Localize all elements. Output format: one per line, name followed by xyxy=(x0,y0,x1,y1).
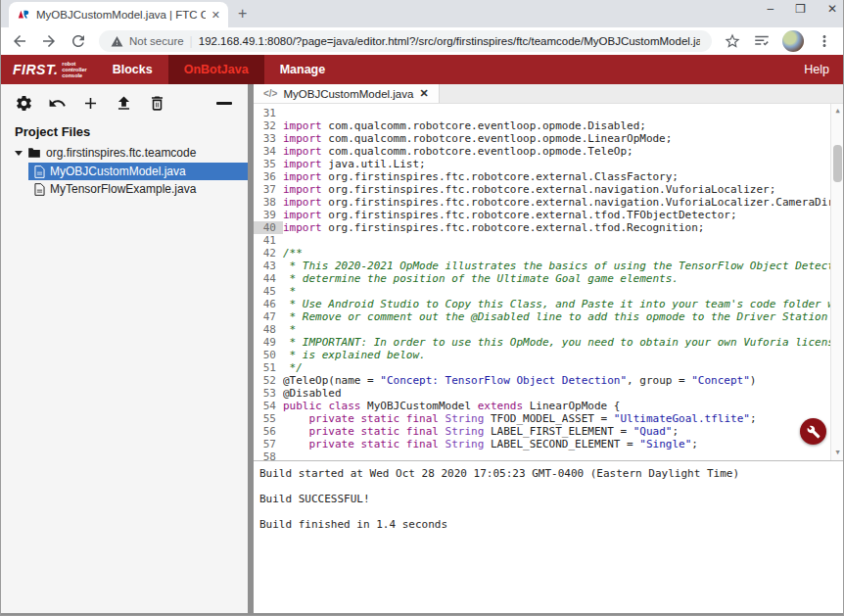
code-line[interactable]: 49 * IMPORTANT: In order to use this OpM… xyxy=(254,336,830,349)
editor-tab-title: MyOBJCustomModel.java xyxy=(283,88,413,100)
line-number: 44 xyxy=(254,272,283,285)
code-line[interactable]: 32import com.qualcomm.robotcore.eventloo… xyxy=(254,119,830,132)
settings-gear-icon[interactable] xyxy=(15,94,33,113)
code-line[interactable]: 53@Disabled xyxy=(254,387,830,400)
add-file-icon[interactable] xyxy=(81,94,100,113)
url-field[interactable]: Not secure | 192.168.49.1:8080/?page=jav… xyxy=(99,30,712,52)
tree-file-item[interactable]: MyTensorFlowExample.java xyxy=(28,180,248,198)
project-files-title: Project Files xyxy=(1,118,248,143)
code-line[interactable]: 36import org.firstinspires.ftc.robotcore… xyxy=(254,170,830,183)
undo-icon[interactable] xyxy=(48,94,67,113)
code-line[interactable]: 51 */ xyxy=(254,361,830,374)
tree-folder-teamcode[interactable]: org.firstinspires.ftc.teamcode xyxy=(1,143,248,163)
collapse-panel-icon[interactable] xyxy=(216,95,234,113)
reading-list-icon[interactable] xyxy=(753,32,771,50)
back-icon[interactable] xyxy=(11,32,28,50)
code-text: * xyxy=(283,323,830,336)
code-text: * Use Android Studio to Copy this Class,… xyxy=(283,298,830,310)
nav-tabs: BlocksOnBotJavaManage xyxy=(97,55,342,84)
line-number: 34 xyxy=(254,145,283,158)
bookmark-star-icon[interactable] xyxy=(724,32,741,50)
profile-avatar[interactable] xyxy=(782,30,804,52)
new-tab-button[interactable]: + xyxy=(238,5,247,23)
upload-icon[interactable] xyxy=(115,94,133,113)
code-text: import org.firstinspires.ftc.robotcore.e… xyxy=(283,221,830,234)
line-number: 41 xyxy=(254,234,283,247)
code-text: * Remove or comment out the @Disabled li… xyxy=(283,310,830,323)
code-text: * This 2020-2021 OpMode illustrates the … xyxy=(283,260,830,272)
code-editor[interactable]: 3132import com.qualcomm.robotcore.eventl… xyxy=(254,104,843,460)
line-number: 33 xyxy=(254,132,283,145)
code-line[interactable]: 50 * is explained below. xyxy=(254,349,830,361)
editor-scrollbar[interactable]: ▲ ▼ xyxy=(830,104,843,460)
code-line[interactable]: 55 private static final String TFOD_MODE… xyxy=(254,412,830,425)
code-line[interactable]: 54public class MyOBJCustomModel extends … xyxy=(254,400,830,412)
code-line[interactable]: 56 private static final String LABEL_FIR… xyxy=(254,425,830,438)
code-line[interactable]: 48 * xyxy=(254,323,830,336)
code-line[interactable]: 40import org.firstinspires.ftc.robotcore… xyxy=(254,221,830,234)
minimize-icon[interactable]: – xyxy=(767,2,774,16)
browser-tab[interactable]: MyOBJCustomModel.java | FTC C ✕ xyxy=(9,2,228,27)
window-close-icon[interactable]: ✕ xyxy=(827,2,837,16)
first-logo[interactable]: FIRST. robot controller console xyxy=(1,55,97,84)
tree-file-label: MyOBJCustomModel.java xyxy=(50,165,186,178)
scrollbar-thumb[interactable] xyxy=(833,145,842,182)
line-number: 46 xyxy=(254,298,283,310)
line-number: 40 xyxy=(254,221,283,234)
line-number: 43 xyxy=(254,260,283,272)
address-bar-actions xyxy=(724,30,833,52)
code-line[interactable]: 41 xyxy=(254,234,830,247)
tree-expand-caret-icon[interactable] xyxy=(15,151,23,156)
code-line[interactable]: 39import org.firstinspires.ftc.robotcore… xyxy=(254,209,830,221)
build-console: Build started at Wed Oct 28 2020 17:05:2… xyxy=(254,460,843,613)
build-wrench-button[interactable] xyxy=(800,418,826,445)
code-line[interactable]: 42/** xyxy=(254,247,830,260)
sidebar-toolbar xyxy=(1,84,248,118)
code-line[interactable]: 34import com.qualcomm.robotcore.eventloo… xyxy=(254,145,830,158)
line-number: 35 xyxy=(254,158,283,170)
line-number: 31 xyxy=(254,107,283,119)
code-line[interactable]: 43 * This 2020-2021 OpMode illustrates t… xyxy=(254,260,830,272)
forward-icon[interactable] xyxy=(40,32,58,50)
code-line[interactable]: 33import com.qualcomm.robotcore.eventloo… xyxy=(254,132,830,145)
line-number: 38 xyxy=(254,196,283,209)
line-number: 49 xyxy=(254,336,283,349)
scroll-up-icon[interactable]: ▲ xyxy=(831,105,843,118)
refresh-icon[interactable] xyxy=(70,32,87,50)
help-link[interactable]: Help xyxy=(790,55,843,84)
nav-item-onbotjava[interactable]: OnBotJava xyxy=(168,55,264,84)
scroll-down-icon[interactable]: ▼ xyxy=(831,447,843,459)
code-line[interactable]: 35import java.util.List; xyxy=(254,158,830,170)
browser-titlebar: MyOBJCustomModel.java | FTC C ✕ + – ❒ ✕ xyxy=(1,0,843,27)
code-line[interactable]: 52@TeleOp(name = "Concept: TensorFlow Ob… xyxy=(254,374,830,387)
code-line[interactable]: 38import org.firstinspires.ftc.robotcore… xyxy=(254,196,830,209)
code-line[interactable]: 58 xyxy=(254,450,830,460)
code-line[interactable]: 47 * Remove or comment out the @Disabled… xyxy=(254,310,830,323)
maximize-icon[interactable]: ❒ xyxy=(795,2,806,16)
project-sidebar: Project Files org.firstinspires.ftc.team… xyxy=(1,84,248,613)
nav-item-blocks[interactable]: Blocks xyxy=(97,55,168,84)
trash-icon[interactable] xyxy=(148,94,166,113)
tab-close-icon[interactable]: ✕ xyxy=(211,9,220,22)
ftc-favicon xyxy=(17,8,30,22)
not-secure-warning-icon xyxy=(111,35,123,48)
line-number: 53 xyxy=(254,387,283,400)
code-line[interactable]: 44 * determine the position of the Ultim… xyxy=(254,272,830,285)
address-bar: Not secure | 192.168.49.1:8080/?page=jav… xyxy=(1,27,843,55)
code-text xyxy=(283,450,830,460)
tree-file-item[interactable]: MyOBJCustomModel.java xyxy=(28,163,248,180)
code-line[interactable]: 37import org.firstinspires.ftc.robotcore… xyxy=(254,183,830,196)
browser-menu-icon[interactable] xyxy=(816,32,833,50)
line-number: 54 xyxy=(254,400,283,412)
folder-icon xyxy=(27,147,41,159)
code-line[interactable]: 57 private static final String LABEL_SEC… xyxy=(254,438,830,450)
editor-tab[interactable]: </> MyOBJCustomModel.java ✕ xyxy=(254,84,440,103)
nav-item-manage[interactable]: Manage xyxy=(264,55,342,84)
code-line[interactable]: 31 xyxy=(254,107,830,119)
code-text: import org.firstinspires.ftc.robotcore.e… xyxy=(283,170,830,183)
line-number: 39 xyxy=(254,209,283,221)
code-line[interactable]: 45 * xyxy=(254,285,830,298)
tree-file-label: MyTensorFlowExample.java xyxy=(50,182,196,196)
code-line[interactable]: 46 * Use Android Studio to Copy this Cla… xyxy=(254,298,830,310)
editor-tab-close-icon[interactable]: ✕ xyxy=(419,87,428,100)
